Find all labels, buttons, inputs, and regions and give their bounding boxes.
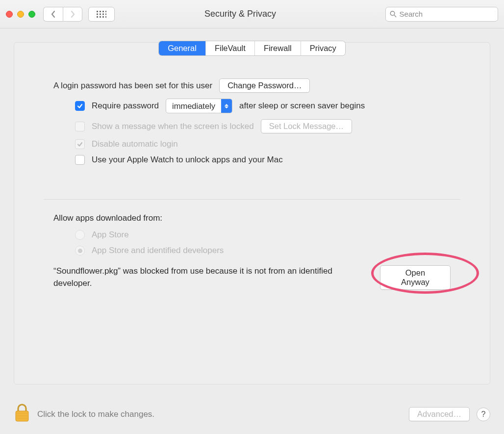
- change-password-button[interactable]: Change Password…: [219, 78, 310, 93]
- search-icon: [390, 10, 397, 18]
- popup-stepper-icon: [221, 99, 232, 113]
- nav-back-forward: [43, 7, 82, 22]
- lock-hint-text: Click the lock to make changes.: [37, 409, 154, 419]
- apple-watch-unlock-label: Use your Apple Watch to unlock apps and …: [92, 155, 283, 165]
- require-password-delay-value: immediately: [166, 102, 221, 111]
- window-title: Security & Privacy: [101, 9, 379, 19]
- tab-filevault[interactable]: FileVault: [206, 41, 255, 55]
- disable-auto-login-label: Disable automatic login: [92, 139, 178, 149]
- advanced-button: Advanced…: [409, 407, 470, 421]
- require-password-label: Require password: [92, 101, 159, 111]
- svg-rect-8: [97, 16, 98, 18]
- allow-appstore-label: App Store: [92, 230, 129, 240]
- tab-bar: General FileVault Firewall Privacy: [159, 41, 345, 55]
- allow-identified-label: App Store and identified developers: [92, 246, 224, 255]
- show-lock-message-label: Show a message when the screen is locked: [92, 122, 254, 131]
- disable-auto-login-checkbox: [75, 139, 85, 149]
- allow-apps-heading: Allow apps downloaded from:: [53, 213, 451, 223]
- require-password-checkbox[interactable]: [75, 101, 85, 111]
- close-window-button[interactable]: [6, 11, 13, 18]
- open-anyway-button[interactable]: Open Anyway: [380, 265, 451, 290]
- search-field[interactable]: [385, 7, 498, 22]
- show-lock-message-checkbox: [75, 122, 85, 131]
- check-icon: [76, 141, 83, 148]
- login-password-set-label: A login password has been set for this u…: [53, 81, 212, 91]
- forward-button[interactable]: [63, 7, 82, 22]
- allow-identified-radio: [75, 246, 85, 255]
- window-footer: Click the lock to make changes. Advanced…: [0, 403, 504, 434]
- svg-rect-0: [97, 11, 98, 12]
- back-button[interactable]: [43, 7, 63, 22]
- tab-firewall[interactable]: Firewall: [255, 41, 301, 55]
- require-password-after-label: after sleep or screen saver begins: [239, 101, 365, 111]
- window-controls: [6, 11, 35, 18]
- set-lock-message-button: Set Lock Message…: [261, 119, 352, 133]
- minimize-window-button[interactable]: [17, 11, 24, 18]
- require-password-delay-popup[interactable]: immediately: [166, 99, 232, 113]
- tab-privacy[interactable]: Privacy: [301, 41, 345, 55]
- help-button[interactable]: ?: [477, 408, 490, 421]
- svg-rect-4: [97, 13, 98, 15]
- tab-general[interactable]: General: [159, 41, 206, 55]
- window-toolbar: Security & Privacy: [0, 0, 504, 28]
- allow-appstore-radio: [75, 230, 85, 240]
- preferences-panel: General FileVault Firewall Privacy A log…: [14, 42, 490, 384]
- apple-watch-unlock-checkbox[interactable]: [75, 155, 85, 165]
- zoom-window-button[interactable]: [28, 11, 35, 18]
- search-input[interactable]: [400, 10, 494, 18]
- svg-line-13: [394, 15, 396, 17]
- blocked-app-message: “Soundflower.pkg” was blocked from use b…: [53, 265, 365, 289]
- lock-icon[interactable]: [14, 403, 30, 425]
- check-icon: [76, 102, 83, 109]
